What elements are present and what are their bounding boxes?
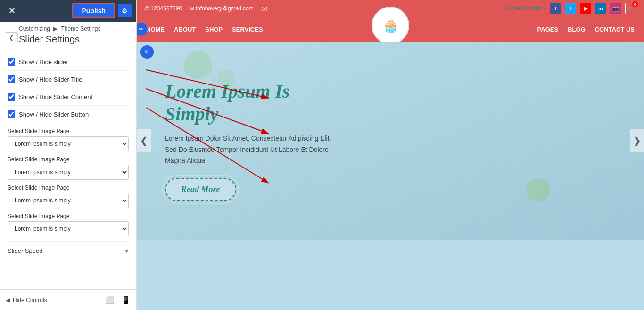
nav-links-left: Home ABOUT Shop SERVICES <box>146 26 263 33</box>
nav-links-right: PAGES BLOG CONTACT US <box>537 26 635 33</box>
site-preview: ✆ 1234567890 ✉ infobakery@gmail.com ✉ • … <box>137 0 644 310</box>
cart-icon[interactable]: 🛒 0 <box>625 3 636 14</box>
nav-pages[interactable]: PAGES <box>537 26 559 33</box>
gear-button[interactable]: ⚙ <box>118 4 132 17</box>
facebook-icon[interactable]: f <box>550 3 561 14</box>
checkbox-row-show-hide-slider-content: Show / Hide Slider Content <box>8 88 129 106</box>
youtube-icon[interactable]: ▶ <box>580 3 591 14</box>
show-hide-slider-checkbox[interactable] <box>8 58 15 66</box>
checkbox-row-show-hide-slider-button: Show / Hide Slider Button <box>8 106 129 123</box>
slider-speed-label: Slider Speed <box>8 247 42 254</box>
back-button[interactable]: ❮ <box>5 32 18 43</box>
mail-icon: ✉ <box>261 4 267 13</box>
breadcrumb-separator: ▶ <box>53 25 58 32</box>
show-hide-slider-button-label: Show / Hide Slider Button <box>19 111 89 118</box>
tablet-icon[interactable]: ⬜ <box>105 295 115 304</box>
select-slide-dropdown-1[interactable]: Lorem ipsum is simply Page 1 Page 2 <box>8 136 129 151</box>
panel-title: Slider Settings <box>0 33 136 50</box>
show-hide-slider-title-label: Show / Hide Slider Title <box>19 76 82 83</box>
select-slide-image-3: Select Slide Image Page Lorem ipsum is s… <box>8 184 129 208</box>
select-slide-label-2: Select Slide Image Page <box>8 156 129 163</box>
edit-slider-icon[interactable]: ✏ <box>140 45 154 59</box>
show-hide-slider-title-checkbox[interactable] <box>8 75 15 83</box>
slider-text: Lorem Ipsum Dolor Sit Amet, Consectetur … <box>165 133 335 167</box>
publish-area: Publish ⚙ <box>72 3 132 18</box>
email-text: ✉ infobakery@gmail.com <box>190 5 254 12</box>
twitter-icon[interactable]: t <box>565 3 576 14</box>
select-slide-label-4: Select Slide Image Page <box>8 213 129 219</box>
device-icons: 🖥 ⬜ 📱 <box>91 295 131 304</box>
breadcrumb-theme-settings[interactable]: Theme Settings <box>61 25 101 32</box>
slider-section: ✏ Lorem Ipsum Is Simply Lorem Ipsum Dolo… <box>137 42 644 240</box>
select-slide-image-1: Select Slide Image Page Lorem ipsum is s… <box>8 128 129 151</box>
nav-blog[interactable]: BLOG <box>568 26 586 33</box>
top-bar-right: • sweet & tasty • f t ▶ in 📷 🛒 0 <box>504 3 636 14</box>
read-more-button[interactable]: Read More <box>165 178 236 201</box>
left-panel: ✕ Publish ⚙ Customizing ▶ Theme Settings… <box>0 0 137 310</box>
slider-title: Lorem Ipsum Is Simply <box>165 80 335 126</box>
cart-badge: 0 <box>632 1 638 7</box>
nav-shop[interactable]: Shop <box>205 26 223 33</box>
close-button[interactable]: ✕ <box>5 4 19 18</box>
deco-circle-3 <box>526 178 550 202</box>
breadcrumb-customizing[interactable]: Customizing <box>19 25 50 32</box>
hide-controls-arrow: ◀ <box>6 297 10 303</box>
slider-prev-button[interactable]: ❮ <box>137 129 151 152</box>
hide-controls[interactable]: ◀ Hide Controls <box>6 297 47 303</box>
hide-controls-label: Hide Controls <box>13 297 47 303</box>
select-slide-image-2: Select Slide Image Page Lorem ipsum is s… <box>8 156 129 180</box>
select-slide-dropdown-4[interactable]: Lorem ipsum is simply Page 1 Page 2 <box>8 221 129 236</box>
panel-scroll-area: Show / Hide slider Show / Hide Slider Ti… <box>0 50 136 289</box>
select-slide-label-1: Select Slide Image Page <box>8 128 129 134</box>
phone-text: ✆ 1234567890 <box>144 5 182 12</box>
slider-speed-row[interactable]: Slider Speed ▾ <box>8 241 129 260</box>
show-hide-slider-label: Show / Hide slider <box>19 59 68 66</box>
bottom-bar: ◀ Hide Controls 🖥 ⬜ 📱 <box>0 289 136 310</box>
tagline-text: • sweet & tasty • <box>504 5 545 12</box>
top-bar: ✕ Publish ⚙ <box>0 0 136 22</box>
nav-about[interactable]: ABOUT <box>174 26 196 33</box>
checkbox-row-show-hide-slider-title: Show / Hide Slider Title <box>8 71 129 88</box>
top-bar-left: ✆ 1234567890 ✉ infobakery@gmail.com ✉ <box>144 4 267 13</box>
edit-nav-icon[interactable]: ✏ <box>137 23 148 36</box>
social-icons: f t ▶ in 📷 🛒 0 <box>550 3 636 14</box>
linkedin-icon[interactable]: in <box>595 3 606 14</box>
breadcrumb: Customizing ▶ Theme Settings <box>0 22 136 33</box>
show-hide-slider-content-checkbox[interactable] <box>8 93 15 101</box>
select-slide-dropdown-3[interactable]: Lorem ipsum is simply Page 1 Page 2 <box>8 193 129 208</box>
show-hide-slider-content-label: Show / Hide Slider Content <box>19 93 92 101</box>
show-hide-slider-button-checkbox[interactable] <box>8 110 15 118</box>
publish-button[interactable]: Publish <box>72 3 115 18</box>
logo-cupcake-icon: 🧁 <box>382 18 399 34</box>
slider-speed-arrow-icon: ▾ <box>125 246 129 255</box>
checkbox-row-show-hide-slider: Show / Hide slider <box>8 53 129 71</box>
logo-circle: 🧁 <box>372 7 409 44</box>
select-slide-image-4: Select Slide Image Page Lorem ipsum is s… <box>8 213 129 236</box>
desktop-icon[interactable]: 🖥 <box>91 295 99 304</box>
slider-content: Lorem Ipsum Is Simply Lorem Ipsum Dolor … <box>137 61 363 220</box>
instagram-icon[interactable]: 📷 <box>610 3 621 14</box>
nav-home[interactable]: Home <box>146 26 165 33</box>
nav-services[interactable]: SERVICES <box>232 26 263 33</box>
mobile-icon[interactable]: 📱 <box>121 295 131 304</box>
select-slide-label-3: Select Slide Image Page <box>8 184 129 191</box>
site-nav: ✏ Home ABOUT Shop SERVICES 🧁 • BAKERY • … <box>137 17 644 42</box>
nav-contact[interactable]: CONTACT US <box>595 26 635 33</box>
select-slide-dropdown-2[interactable]: Lorem ipsum is simply Page 1 Page 2 <box>8 165 129 180</box>
slider-next-button[interactable]: ❯ <box>630 129 644 152</box>
